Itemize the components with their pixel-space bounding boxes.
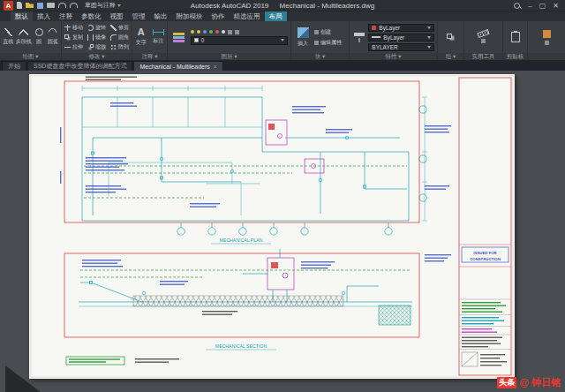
modify-panel-label[interactable]: 修改 ▾: [62, 53, 132, 60]
drawing-canvas[interactable]: MECHANICAL PLAN: [0, 71, 565, 392]
rotate-button[interactable]: 旋转: [87, 24, 106, 32]
watermark-brand: 头条: [497, 377, 516, 388]
save-icon[interactable]: [37, 3, 43, 9]
tab-output[interactable]: 输出: [150, 11, 172, 21]
close-tab-icon[interactable]: ×: [214, 64, 217, 70]
tab-annotate[interactable]: 注释: [55, 11, 77, 21]
insert-block-button[interactable]: 插入: [294, 27, 312, 48]
ribbon-tab-bar: 默认 插入 注释 参数化 视图 管理 输出 附加模块 协作 精选应用 布局: [0, 11, 565, 21]
tab-insert[interactable]: 插入: [33, 11, 55, 21]
layer-on-icon[interactable]: [191, 30, 194, 34]
tab-home[interactable]: 默认: [11, 11, 33, 21]
document-title: Mechanical - Multileaders.dwg: [280, 2, 375, 10]
create-block-icon: [314, 30, 319, 34]
mirror-icon: [87, 34, 94, 41]
annotation-panel: A文字 标注 注释 ▾: [132, 21, 168, 60]
block-panel-label[interactable]: 块 ▾: [291, 53, 349, 60]
overflow-panel: [528, 21, 565, 60]
arc-button[interactable]: 圆弧: [47, 28, 58, 46]
annotation-panel-label[interactable]: 注释 ▾: [132, 53, 167, 60]
linetype-dropdown[interactable]: BYLAYER: [368, 43, 434, 51]
move-button[interactable]: 移动: [64, 24, 83, 32]
utilities-panel-label[interactable]: 实用工具: [464, 53, 502, 60]
layer-properties-button[interactable]: [170, 33, 188, 42]
clipboard-panel-label[interactable]: 剪贴板: [503, 53, 527, 60]
attach-icon[interactable]: [543, 30, 551, 38]
close-button[interactable]: ✕: [550, 1, 561, 11]
line-button[interactable]: 直线: [3, 28, 14, 46]
stretch-button[interactable]: 拉伸: [64, 43, 83, 51]
app-logo[interactable]: A: [4, 1, 13, 11]
layout-paper[interactable]: MECHANICAL PLAN: [29, 74, 515, 379]
tab-addins[interactable]: 附加模块: [172, 11, 207, 21]
groups-panel-label[interactable]: 组 ▾: [438, 53, 463, 60]
match-properties-button[interactable]: [352, 33, 365, 42]
layer-lock-icon[interactable]: [203, 30, 207, 34]
drawing-viewport[interactable]: MECHANICAL PLAN: [29, 74, 515, 379]
tab-layout[interactable]: 布局: [265, 11, 287, 21]
tab-featured-apps[interactable]: 精选应用: [230, 11, 265, 21]
mirror-button[interactable]: 镜像: [87, 34, 106, 41]
trim-button[interactable]: 修剪: [110, 24, 129, 32]
layer-match-icon[interactable]: [222, 30, 225, 34]
search-icon[interactable]: [514, 3, 520, 9]
copy-button[interactable]: 复制: [64, 34, 83, 41]
polyline-button[interactable]: 多段线: [17, 28, 31, 46]
file-tab-doc1[interactable]: SSD硬盘盘中改变筛体的调配方式: [27, 61, 132, 71]
scale-icon: [90, 44, 94, 48]
scale-button[interactable]: 缩放: [87, 43, 106, 51]
quick-select-icon[interactable]: [481, 39, 486, 43]
file-tab-doc2[interactable]: Mechanical - Multileaders ×: [133, 61, 222, 71]
measure-icon[interactable]: [477, 29, 489, 38]
tab-parametric[interactable]: 参数化: [77, 11, 106, 21]
quick-access-toolbar: [17, 2, 78, 9]
ribbon: 直线 多段线 圆 圆弧 绘图 ▾ 移动 旋转 修剪 复制 镜像 圆角 拉伸 缩放…: [0, 21, 565, 60]
draw-panel-label[interactable]: 绘图 ▾: [0, 53, 61, 60]
properties-panel-label[interactable]: 特性 ▾: [350, 53, 437, 60]
lineweight-dropdown[interactable]: ByLayer: [368, 34, 434, 41]
layer-tool-icon[interactable]: [228, 30, 232, 34]
layer-isolate-icon[interactable]: [209, 30, 213, 34]
tab-view[interactable]: 视图: [106, 11, 128, 21]
maximize-button[interactable]: ▢: [537, 1, 549, 11]
circle-icon: [35, 28, 43, 36]
window-controls: – ▢ ✕: [514, 1, 561, 11]
line-icon: [4, 28, 13, 36]
open-file-icon[interactable]: [26, 3, 34, 8]
object-color-dropdown[interactable]: ByLayer: [368, 24, 434, 32]
arc-icon: [47, 26, 58, 38]
redo-icon[interactable]: [70, 3, 78, 8]
workspace-label: 草图与注释: [85, 1, 116, 10]
trim-icon: [110, 25, 117, 31]
group-icon[interactable]: [447, 34, 452, 39]
plan-view: MECHANICAL PLAN: [60, 77, 451, 245]
layer-freeze-icon[interactable]: [197, 30, 200, 34]
create-block-button[interactable]: 创建: [314, 28, 331, 36]
paste-icon[interactable]: [511, 32, 520, 42]
fillet-icon: [110, 34, 117, 41]
array-icon: [110, 44, 117, 50]
undo-icon[interactable]: [58, 3, 66, 8]
new-file-icon[interactable]: [17, 2, 22, 9]
file-tab-start[interactable]: 开始: [2, 61, 26, 71]
properties-panel: ByLayer ByLayer BYLAYER 特性 ▾: [350, 21, 438, 60]
circle-button[interactable]: 圆: [34, 28, 45, 46]
tab-manage[interactable]: 管理: [128, 11, 150, 21]
text-button[interactable]: A文字: [135, 27, 147, 47]
grid-bubbles: [177, 106, 426, 235]
edit-attributes-button[interactable]: 编辑属性: [314, 39, 342, 47]
print-icon[interactable]: [47, 3, 55, 8]
minimize-button[interactable]: –: [525, 1, 534, 11]
array-button[interactable]: 阵列: [110, 43, 129, 51]
workspace-switcher[interactable]: 草图与注释: [85, 1, 121, 10]
layer-name: 0: [201, 37, 205, 43]
tab-collaborate[interactable]: 协作: [207, 11, 230, 21]
layer-off-icon[interactable]: [215, 30, 219, 34]
layer-color-swatch: [194, 38, 199, 42]
layer-tool2-icon[interactable]: [235, 30, 239, 34]
fillet-button[interactable]: 圆角: [110, 34, 129, 41]
overflow-tool-icon[interactable]: [545, 41, 549, 45]
dimension-button[interactable]: 标注: [153, 29, 165, 45]
layers-panel-label[interactable]: 图层 ▾: [168, 53, 290, 60]
layer-dropdown[interactable]: 0: [191, 36, 288, 45]
